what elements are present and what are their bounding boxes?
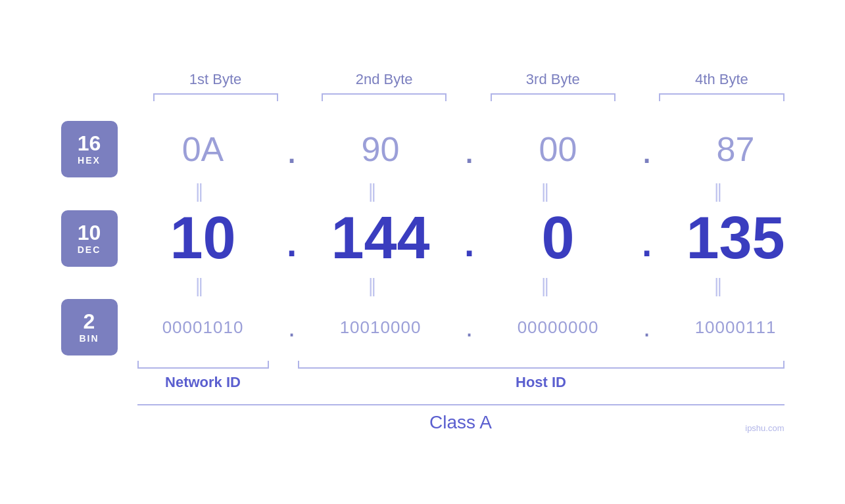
top-brackets	[153, 93, 785, 101]
eq-8: ‖	[656, 275, 785, 296]
hex-badge: 16 HEX	[61, 121, 118, 177]
eq-2: ‖	[310, 180, 439, 202]
dot-dec-3: .	[624, 208, 670, 269]
dec-byte-2: 144	[315, 204, 447, 272]
bin-row: 2 BIN 00001010 . 10010000 . 00000000 . 1…	[61, 299, 785, 355]
byte-header-3: 3rd Byte	[491, 71, 616, 88]
dec-byte-3: 0	[493, 204, 624, 272]
byte-header-4: 4th Byte	[659, 71, 784, 88]
byte-header-2: 2nd Byte	[322, 71, 447, 88]
equals-row-2: ‖ ‖ ‖ ‖	[137, 275, 785, 296]
bin-byte-2: 10010000	[315, 317, 447, 338]
hex-byte-4: 87	[670, 129, 802, 169]
dot-bin-1: .	[269, 313, 315, 342]
host-id-label: Host ID	[516, 374, 566, 391]
eq-4: ‖	[656, 180, 785, 202]
dot-hex-1: .	[269, 127, 315, 172]
dot-bin-2: .	[447, 313, 493, 342]
dec-values: 10 . 144 . 0 . 135	[137, 204, 802, 272]
dec-byte-4: 135	[670, 204, 802, 272]
equals-row-1: ‖ ‖ ‖ ‖	[137, 180, 785, 202]
main-container: 1st Byte 2nd Byte 3rd Byte 4th Byte 16 H…	[61, 71, 785, 433]
top-bracket-2	[322, 93, 447, 101]
bin-byte-4: 10000111	[670, 317, 802, 338]
hex-values: 0A . 90 . 00 . 87	[137, 127, 802, 172]
host-id-bracket: Host ID	[298, 361, 785, 391]
eq-6: ‖	[310, 275, 439, 296]
eq-1: ‖	[137, 180, 266, 202]
byte-headers: 1st Byte 2nd Byte 3rd Byte 4th Byte	[153, 71, 785, 88]
dot-dec-2: .	[447, 208, 493, 269]
class-label: Class A	[137, 412, 785, 433]
bin-values: 00001010 . 10010000 . 00000000 . 1000011…	[137, 313, 802, 342]
network-id-bracket: Network ID	[137, 361, 269, 391]
watermark: ipshu.com	[745, 423, 784, 433]
eq-7: ‖	[483, 275, 612, 296]
dec-row: 10 DEC 10 . 144 . 0 . 135	[61, 204, 785, 272]
bottom-brackets-section: Network ID Host ID	[137, 361, 785, 391]
dec-byte-1: 10	[137, 204, 269, 272]
dot-hex-2: .	[447, 127, 493, 172]
bin-byte-1: 00001010	[137, 317, 269, 338]
byte-header-1: 1st Byte	[153, 71, 278, 88]
eq-3: ‖	[483, 180, 612, 202]
hex-row: 16 HEX 0A . 90 . 00 . 87	[61, 121, 785, 177]
top-bracket-3	[491, 93, 616, 101]
top-bracket-4	[659, 93, 784, 101]
class-section: Class A ipshu.com	[137, 404, 785, 433]
bin-badge: 2 BIN	[61, 299, 118, 355]
top-bracket-1	[153, 93, 278, 101]
class-divider-line	[137, 404, 785, 405]
bin-byte-3: 00000000	[493, 317, 624, 338]
dot-dec-1: .	[269, 208, 315, 269]
network-bracket-line	[137, 361, 269, 369]
hex-byte-1: 0A	[137, 129, 269, 169]
dot-bin-3: .	[624, 313, 670, 342]
hex-byte-2: 90	[315, 129, 447, 169]
dot-hex-3: .	[624, 127, 670, 172]
host-bracket-line	[298, 361, 785, 369]
network-id-label: Network ID	[165, 374, 241, 391]
eq-5: ‖	[137, 275, 266, 296]
hex-byte-3: 00	[493, 129, 624, 169]
dec-badge: 10 DEC	[61, 210, 118, 267]
